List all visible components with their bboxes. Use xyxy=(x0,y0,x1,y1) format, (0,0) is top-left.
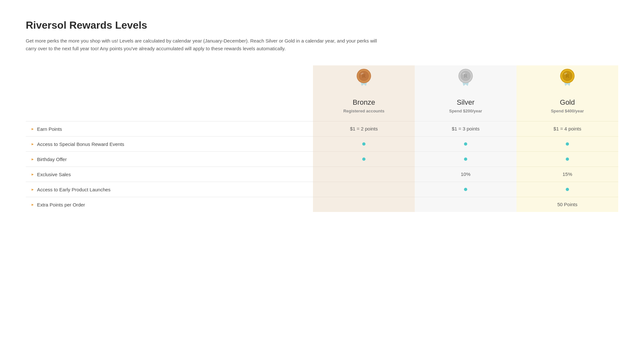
feature-row: ► Exclusive Sales —10%15% xyxy=(26,167,618,182)
feature-label-text: Earn Points xyxy=(37,126,62,132)
cell-value-text: $1 = 2 points xyxy=(350,126,378,131)
page-title: Riversol Rewards Levels xyxy=(26,19,618,31)
empty-cell: — xyxy=(361,187,366,192)
bronze-cell: $1 = 2 points xyxy=(313,121,415,137)
chevron-right-icon: ► xyxy=(31,127,34,131)
cell-value-text: $1 = 4 points xyxy=(554,126,581,131)
check-dot xyxy=(566,188,569,191)
silver-cell xyxy=(415,152,516,167)
gold-tier-name: Gold xyxy=(560,98,575,107)
feature-label-text: Birthday Offer xyxy=(37,157,67,162)
check-dot xyxy=(362,142,365,146)
cell-value-text: 10% xyxy=(461,171,470,177)
silver-cell: — xyxy=(415,197,516,212)
feature-label-text: Access to Early Product Launches xyxy=(37,187,110,192)
bronze-cell: — xyxy=(313,182,415,197)
silver-tier-header: R Silver Spend $200/year xyxy=(415,65,516,121)
bronze-cell: — xyxy=(313,197,415,212)
feature-label-cell: ► Birthday Offer xyxy=(26,152,313,167)
silver-tier-subtitle: Spend $200/year xyxy=(449,109,482,113)
check-dot xyxy=(566,142,569,146)
bronze-cell: — xyxy=(313,167,415,182)
check-dot xyxy=(464,158,467,161)
silver-medal-icon: R xyxy=(454,67,477,90)
gold-cell xyxy=(516,137,618,152)
feature-label-cell: ► Exclusive Sales xyxy=(26,167,313,182)
bronze-tier-subtitle: Registered accounts xyxy=(343,109,384,113)
feature-label-text: Access to Special Bonus Reward Events xyxy=(37,141,124,147)
check-dot xyxy=(566,158,569,161)
gold-cell xyxy=(516,152,618,167)
chevron-right-icon: ► xyxy=(31,142,34,146)
chevron-right-icon: ► xyxy=(31,203,34,206)
feature-row: ► Extra Points per Order ——50 Points xyxy=(26,197,618,212)
silver-cell: $1 = 3 points xyxy=(415,121,516,137)
feature-row: ► Earn Points $1 = 2 points$1 = 3 points… xyxy=(26,121,618,137)
feature-label-cell: ► Access to Special Bonus Reward Events xyxy=(26,137,313,152)
bronze-cell xyxy=(313,152,415,167)
cell-value-text: 15% xyxy=(563,171,572,177)
silver-cell: 10% xyxy=(415,167,516,182)
feature-label-text: Exclusive Sales xyxy=(37,172,71,177)
chevron-right-icon: ► xyxy=(31,157,34,161)
silver-cell xyxy=(415,182,516,197)
check-dot xyxy=(464,188,467,191)
bronze-tier-name: Bronze xyxy=(353,98,375,107)
feature-label-cell: ► Access to Early Product Launches xyxy=(26,182,313,197)
empty-cell: — xyxy=(463,202,468,207)
gold-cell: $1 = 4 points xyxy=(516,121,618,137)
gold-tier-subtitle: Spend $400/year xyxy=(551,109,584,113)
gold-cell: 15% xyxy=(516,167,618,182)
chevron-right-icon: ► xyxy=(31,172,34,176)
gold-tier-header: R Gold Spend $400/year xyxy=(516,65,618,121)
bronze-medal-icon: R xyxy=(352,67,375,90)
check-dot xyxy=(362,158,365,161)
gold-cell xyxy=(516,182,618,197)
bronze-tier-header: R Bronze Registered accounts xyxy=(313,65,415,121)
gold-cell: 50 Points xyxy=(516,197,618,212)
rewards-table: R Bronze Registered accounts xyxy=(26,65,618,212)
cell-value-text: $1 = 3 points xyxy=(452,126,479,131)
empty-cell: — xyxy=(361,171,366,177)
feature-row: ► Access to Early Product Launches — xyxy=(26,182,618,197)
cell-value-text: 50 Points xyxy=(557,202,578,207)
feature-column-header xyxy=(26,65,313,121)
feature-label-cell: ► Earn Points xyxy=(26,121,313,137)
feature-row: ► Access to Special Bonus Reward Events xyxy=(26,137,618,152)
gold-medal-icon: R xyxy=(556,67,579,90)
feature-label-cell: ► Extra Points per Order xyxy=(26,197,313,212)
check-dot xyxy=(464,142,467,146)
bronze-cell xyxy=(313,137,415,152)
chevron-right-icon: ► xyxy=(31,187,34,191)
page-description: Get more perks the more you shop with us… xyxy=(26,37,380,53)
feature-row: ► Birthday Offer xyxy=(26,152,618,167)
empty-cell: — xyxy=(361,202,366,207)
silver-cell xyxy=(415,137,516,152)
feature-label-text: Extra Points per Order xyxy=(37,202,85,207)
silver-tier-name: Silver xyxy=(457,98,475,107)
tier-header-row: R Bronze Registered accounts xyxy=(26,65,618,121)
